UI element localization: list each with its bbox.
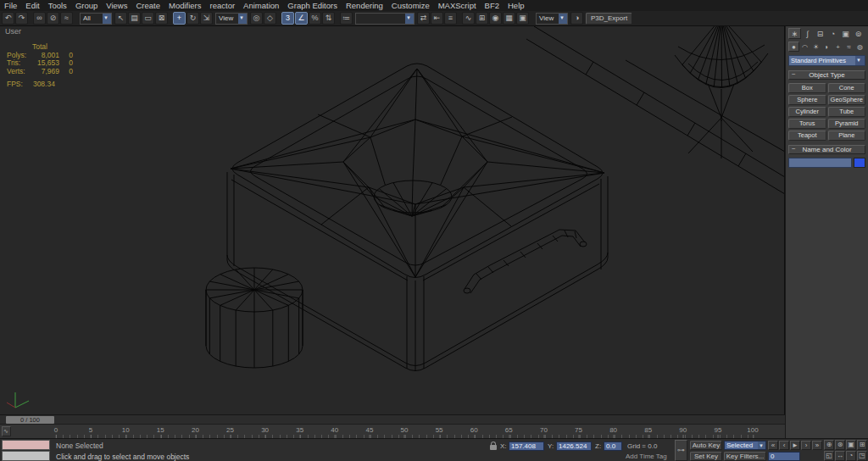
menu-item-animation[interactable]: Animation (239, 0, 283, 11)
zoom-all-button[interactable]: ⊛ (835, 440, 845, 450)
object-type-geosphere-button[interactable]: GeoSphere (828, 95, 866, 105)
curve-editor-icon[interactable]: ∿ (462, 12, 475, 25)
material-editor-icon[interactable]: ◉ (489, 12, 502, 25)
select-by-name-icon[interactable]: ▤ (128, 12, 141, 25)
tab-display[interactable]: ▣ (839, 28, 852, 39)
maxscript-macro-recorder[interactable] (2, 440, 50, 450)
select-and-uniform-scale-icon[interactable]: ⇲ (200, 12, 213, 25)
select-and-manipulate-icon[interactable]: ◇ (264, 12, 276, 25)
zoom-extents-button[interactable]: ▣ (846, 440, 856, 450)
category-geometry[interactable]: ● (788, 42, 799, 52)
menu-item-bf2[interactable]: BF2 (481, 0, 504, 11)
zoom-region-button[interactable]: ◱ (824, 451, 834, 461)
category-space-warps[interactable]: ≈ (843, 42, 854, 52)
menu-item-file[interactable]: File (0, 0, 21, 11)
render-setup-icon[interactable]: ▦ (503, 12, 515, 25)
tab-hierarchy[interactable]: ⊟ (814, 28, 826, 39)
go-to-end-button[interactable]: » (812, 441, 822, 450)
menu-item-modifiers[interactable]: Modifiers (164, 0, 206, 11)
menu-item-group[interactable]: Group (71, 0, 102, 11)
maxscript-mini-listener[interactable] (2, 451, 50, 461)
selection-lock-icon[interactable] (490, 445, 497, 450)
chevron-down-icon[interactable] (238, 14, 247, 24)
x-coordinate-field[interactable]: 157.408 (509, 442, 544, 451)
category-lights[interactable]: ☀ (810, 42, 821, 52)
menu-item-rendering[interactable]: Rendering (342, 0, 387, 11)
object-name-input[interactable] (788, 158, 852, 168)
object-type-cylinder-button[interactable]: Cylinder (788, 107, 826, 117)
go-to-start-button[interactable]: « (768, 441, 778, 450)
set-keys-toggle[interactable] (675, 440, 687, 461)
add-time-tag-button[interactable]: Add Time Tag (626, 453, 667, 460)
viewport-label[interactable]: User (5, 27, 21, 36)
category-shapes[interactable]: ◠ (799, 42, 810, 52)
category-cameras[interactable]: ◗ (821, 42, 832, 52)
tab-motion[interactable]: ◔ (826, 28, 839, 39)
align-icon[interactable]: ⇤ (431, 12, 443, 25)
chevron-down-icon[interactable] (559, 14, 567, 24)
object-type-box-button[interactable]: Box (788, 83, 826, 93)
object-color-swatch[interactable] (854, 158, 865, 168)
select-and-move-icon[interactable]: + (173, 12, 186, 25)
maximize-viewport-toggle-button[interactable]: ◳ (857, 451, 867, 461)
layer-manager-icon[interactable]: ≡ (444, 12, 457, 25)
menu-item-views[interactable]: Views (102, 0, 131, 11)
object-type-cone-button[interactable]: Cone (828, 83, 866, 93)
menu-item-maxscript[interactable]: MAXScript (434, 0, 481, 11)
object-type-tube-button[interactable]: Tube (828, 107, 866, 117)
window-crossing-toggle-icon[interactable]: ⊠ (155, 12, 168, 25)
render-preset-dropdown[interactable]: View (536, 13, 568, 25)
rollout-name-and-color[interactable]: − Name and Color (788, 145, 865, 154)
arc-rotate-button[interactable]: ◔ (846, 451, 856, 461)
time-slider[interactable]: 0 / 100 (0, 414, 785, 424)
percent-snap-toggle-icon[interactable]: % (309, 12, 321, 25)
menu-item-graph-editors[interactable]: Graph Editors (283, 0, 342, 11)
selected-filter-dropdown[interactable]: Selected (724, 441, 766, 450)
play-animation-button[interactable]: ► (790, 441, 800, 450)
menu-item-reactor[interactable]: reactor (206, 0, 240, 11)
select-object-icon[interactable]: ↖ (114, 12, 127, 25)
use-pivot-point-center-icon[interactable]: ◎ (250, 12, 263, 25)
object-type-teapot-button[interactable]: Teapot (788, 131, 826, 141)
viewport-user[interactable]: User Total Polys:8,0010Tris:15,6530Verts… (0, 26, 785, 414)
tab-modify[interactable]: ∫ (801, 28, 814, 39)
object-type-sphere-button[interactable]: Sphere (788, 95, 826, 105)
chevron-down-icon[interactable] (855, 56, 865, 65)
chevron-down-icon[interactable] (103, 14, 111, 24)
quick-render-icon[interactable]: ◑ (570, 12, 583, 25)
select-and-link-icon[interactable]: ∞ (33, 12, 46, 25)
pan-button[interactable]: ↔ (835, 451, 845, 461)
key-filters-button[interactable]: Key Filters... (724, 452, 766, 461)
rendered-frame-window-icon[interactable]: ▣ (516, 12, 529, 25)
angle-snap-toggle-icon[interactable]: ∠ (295, 12, 308, 25)
schematic-view-icon[interactable]: ⊞ (476, 12, 488, 25)
object-type-torus-button[interactable]: Torus (788, 119, 826, 129)
menu-item-tools[interactable]: Tools (44, 0, 71, 11)
selection-filter-dropdown[interactable]: All (80, 13, 112, 25)
object-type-pyramid-button[interactable]: Pyramid (828, 119, 866, 129)
rectangular-selection-region-icon[interactable]: ▭ (142, 12, 154, 25)
undo-icon[interactable]: ↶ (2, 12, 14, 25)
snaps-toggle-icon[interactable]: 3 (281, 12, 294, 25)
next-frame-button[interactable]: › (801, 441, 811, 450)
y-coordinate-field[interactable]: 1426.524 (556, 442, 592, 451)
previous-frame-button[interactable]: ‹ (779, 441, 789, 450)
z-coordinate-field[interactable]: 0.0 (604, 442, 622, 451)
category-systems[interactable]: ◍ (854, 42, 865, 52)
redo-icon[interactable]: ↷ (15, 12, 28, 25)
tab-create[interactable]: ∗ (788, 28, 801, 39)
menu-item-help[interactable]: Help (504, 0, 529, 11)
open-mini-curve-editor-button[interactable] (2, 426, 11, 436)
current-frame-field[interactable]: 0 (768, 452, 800, 461)
object-type-plane-button[interactable]: Plane (828, 131, 866, 141)
menu-item-create[interactable]: Create (131, 0, 164, 11)
chevron-down-icon[interactable] (405, 14, 414, 24)
tab-utilities[interactable]: ⊚ (852, 28, 865, 39)
rollout-object-type[interactable]: − Object Type (788, 70, 865, 80)
track-bar[interactable]: 0510152025303540455055606570758085909510… (0, 424, 785, 438)
zoom-button[interactable]: ⊕ (824, 440, 834, 450)
p3d-export-button[interactable]: P3D_Export (586, 13, 632, 25)
category-helpers[interactable]: + (832, 42, 843, 52)
spinner-snap-toggle-icon[interactable]: ⇅ (322, 12, 335, 25)
unlink-selection-icon[interactable]: ⊘ (47, 12, 59, 25)
